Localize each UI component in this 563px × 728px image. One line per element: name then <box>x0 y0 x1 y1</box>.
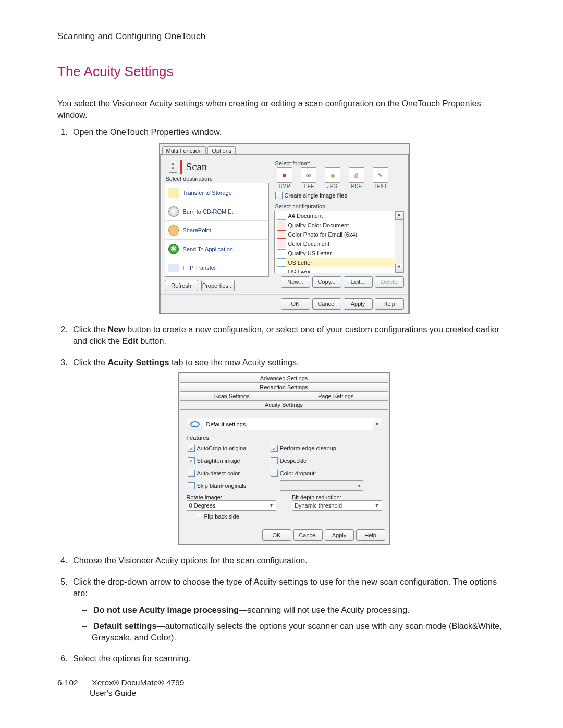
footer: 6-102 Xerox® DocuMate® 4799 User's Guide <box>57 677 184 698</box>
apply-button-2[interactable]: Apply <box>325 529 354 541</box>
dest-sharepoint[interactable]: SharePoint <box>165 221 268 240</box>
tab-page-settings[interactable]: Page Settings <box>284 391 388 401</box>
color-dropout-select: ▾ <box>280 480 363 491</box>
properties-button[interactable]: Properties... <box>201 280 235 291</box>
tab-redaction-settings[interactable]: Redaction Settings <box>180 382 388 392</box>
footer-line-2: User's Guide <box>90 688 136 697</box>
chevron-down-icon[interactable]: ▼ <box>373 418 382 430</box>
cfg-quality-us-letter[interactable]: Quality US Letter🔒 <box>275 249 403 258</box>
step-3: Click the Acuity Settings tab to see the… <box>70 356 511 368</box>
page-title: The Acuity Settings <box>57 64 511 80</box>
chk-straighten[interactable]: ✓Straighten image <box>188 457 248 464</box>
bit-depth-select[interactable]: Dynamic threshold▼ <box>292 500 382 511</box>
cancel-button-2[interactable]: Cancel <box>293 529 323 541</box>
step-2: Click the New button to create a new con… <box>70 324 511 347</box>
step-5: Click the drop-down arrow to choose the … <box>70 576 511 644</box>
tab-advanced-settings[interactable]: Advanced Settings <box>180 374 388 383</box>
tab-multi-function[interactable]: Multi Function <box>162 146 206 154</box>
help-button-2[interactable]: Help <box>356 529 385 541</box>
select-format-label: Select format: <box>275 160 404 166</box>
footer-line-1: Xerox® DocuMate® 4799 <box>92 678 184 687</box>
chk-autocrop[interactable]: ✓AutoCrop to original <box>188 445 248 452</box>
new-button[interactable]: New... <box>281 276 310 288</box>
chk-color-dropout[interactable]: Color dropout: <box>271 470 362 477</box>
cfg-us-legal[interactable]: US Legal🔒 <box>275 267 403 273</box>
destination-list[interactable]: Transfer to Storage Burn to CD-ROM E: Sh… <box>165 183 269 277</box>
chk-despeckle[interactable]: Despeckle <box>271 457 362 464</box>
select-configuration-label: Select configuration: <box>275 203 404 209</box>
onetouch-properties-window: Multi Function Options ▲▼ Scan Select de… <box>159 143 410 314</box>
select-destination-label: Select destination: <box>166 176 269 182</box>
scrollbar[interactable]: ▲▼ <box>395 211 403 273</box>
tab-acuity-settings[interactable]: Acuity Settings <box>180 400 388 410</box>
chk-flip-back[interactable]: Flip back side <box>195 513 239 520</box>
intro-paragraph: You select the Visioneer Acuity settings… <box>57 97 511 121</box>
apply-button[interactable]: Apply <box>344 298 373 310</box>
opt-do-not-use: Do not use Acuity image processing—scann… <box>82 604 511 615</box>
ok-button-2[interactable]: OK <box>262 529 291 541</box>
eye-icon <box>187 418 203 430</box>
rotate-label: Rotate image: <box>187 494 277 500</box>
format-row: ■BMP ✉TIFF ▣JPG ⎙PDF ✎TEXT <box>275 167 404 189</box>
format-pdf[interactable]: ⎙PDF <box>347 167 366 189</box>
format-text[interactable]: ✎TEXT <box>371 167 390 189</box>
configuration-list[interactable]: A4 Document🔒 Quality Color Document🔒 Col… <box>274 211 404 273</box>
dest-send-to-app[interactable]: ✱Send To Application <box>165 240 268 258</box>
format-jpg[interactable]: ▣JPG <box>323 167 342 189</box>
scan-title: Scan <box>186 161 207 174</box>
features-label: Features <box>187 435 382 441</box>
cfg-quality-color-doc[interactable]: Quality Color Document🔒 <box>275 220 403 230</box>
preset-dropdown[interactable]: ▼ <box>187 418 382 430</box>
tab-options[interactable]: Options <box>207 146 236 154</box>
step-6: Select the options for scanning. <box>70 652 511 664</box>
edit-button[interactable]: Edit... <box>344 276 373 288</box>
tab-scan-settings[interactable]: Scan Settings <box>180 391 285 401</box>
rotate-select[interactable]: 0 Degrees▼ <box>187 500 277 511</box>
ok-button[interactable]: OK <box>281 298 310 310</box>
format-tiff[interactable]: ✉TIFF <box>299 167 318 189</box>
chk-auto-detect-color[interactable]: Auto detect color <box>188 470 248 477</box>
scan-spinner[interactable]: ▲▼ <box>169 161 177 173</box>
refresh-button[interactable]: Refresh <box>165 280 198 291</box>
step-list: Open the OneTouch Properties window. <box>70 126 511 138</box>
help-button[interactable]: Help <box>375 298 404 310</box>
opt-default-settings: Default settings—automatically selects t… <box>82 620 511 644</box>
step-1: Open the OneTouch Properties window. <box>70 126 511 138</box>
chk-skip-blank[interactable]: Skip blank originals <box>188 482 248 489</box>
cfg-a4[interactable]: A4 Document🔒 <box>275 211 403 220</box>
cancel-button[interactable]: Cancel <box>312 298 341 310</box>
dest-burn-cd[interactable]: Burn to CD-ROM E: <box>165 202 268 221</box>
chk-edge-cleanup[interactable]: ✓Perform edge cleanup <box>271 445 362 452</box>
preset-value <box>203 418 373 430</box>
dest-transfer-storage[interactable]: Transfer to Storage <box>165 183 268 202</box>
page-number: 6-102 <box>57 677 90 688</box>
delete-button[interactable]: Delete <box>375 276 404 288</box>
format-bmp[interactable]: ■BMP <box>275 167 294 189</box>
bit-depth-label: Bit depth reduction: <box>292 494 382 500</box>
cfg-color-photo-email[interactable]: Color Photo for Email (6x4)🔒 <box>275 230 403 239</box>
cfg-us-letter[interactable]: US Letter🔒 <box>275 258 403 267</box>
dest-ftp[interactable]: FTP Transfer <box>165 258 268 277</box>
running-head: Scanning and Configuring OneTouch <box>57 31 511 42</box>
acuity-settings-window: Advanced Settings Redaction Settings Sca… <box>178 372 390 545</box>
create-single-image-checkbox[interactable]: Create single image files <box>275 192 347 199</box>
copy-button[interactable]: Copy... <box>312 276 341 288</box>
step-4: Choose the Visioneer Acuity options for … <box>70 554 511 566</box>
cfg-color-doc[interactable]: Color Document🔒 <box>275 239 403 249</box>
